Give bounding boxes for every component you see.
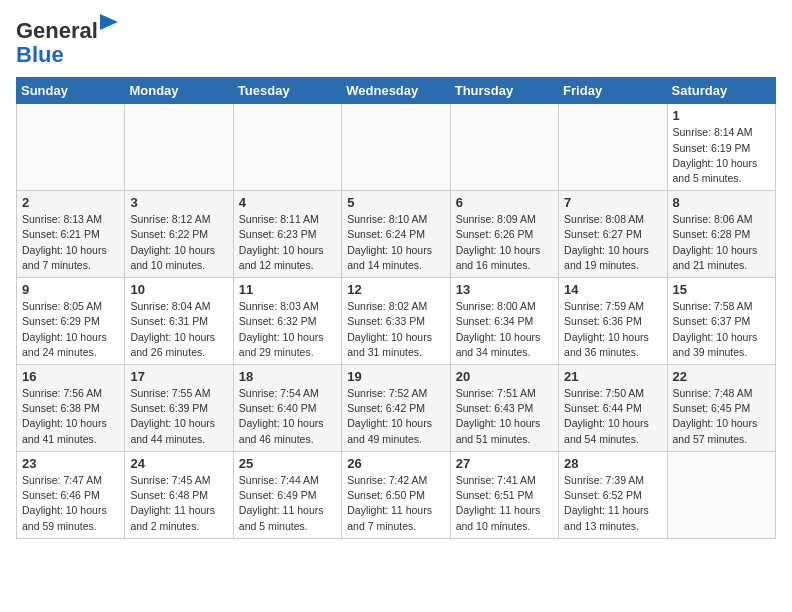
calendar-cell: 14Sunrise: 7:59 AM Sunset: 6:36 PM Dayli… — [559, 278, 667, 365]
calendar-cell: 1Sunrise: 8:14 AM Sunset: 6:19 PM Daylig… — [667, 104, 775, 191]
calendar-cell: 18Sunrise: 7:54 AM Sunset: 6:40 PM Dayli… — [233, 365, 341, 452]
calendar-cell: 9Sunrise: 8:05 AM Sunset: 6:29 PM Daylig… — [17, 278, 125, 365]
calendar-cell — [450, 104, 558, 191]
week-row-1: 2Sunrise: 8:13 AM Sunset: 6:21 PM Daylig… — [17, 191, 776, 278]
calendar-cell: 4Sunrise: 8:11 AM Sunset: 6:23 PM Daylig… — [233, 191, 341, 278]
calendar-cell: 16Sunrise: 7:56 AM Sunset: 6:38 PM Dayli… — [17, 365, 125, 452]
calendar-cell: 3Sunrise: 8:12 AM Sunset: 6:22 PM Daylig… — [125, 191, 233, 278]
day-number: 22 — [673, 369, 770, 384]
day-number: 5 — [347, 195, 444, 210]
calendar-cell: 2Sunrise: 8:13 AM Sunset: 6:21 PM Daylig… — [17, 191, 125, 278]
weekday-header-row: SundayMondayTuesdayWednesdayThursdayFrid… — [17, 78, 776, 104]
day-number: 9 — [22, 282, 119, 297]
day-info: Sunrise: 7:45 AM Sunset: 6:48 PM Dayligh… — [130, 473, 227, 534]
calendar-cell: 5Sunrise: 8:10 AM Sunset: 6:24 PM Daylig… — [342, 191, 450, 278]
weekday-header-saturday: Saturday — [667, 78, 775, 104]
calendar-cell: 22Sunrise: 7:48 AM Sunset: 6:45 PM Dayli… — [667, 365, 775, 452]
day-info: Sunrise: 8:12 AM Sunset: 6:22 PM Dayligh… — [130, 212, 227, 273]
day-info: Sunrise: 7:47 AM Sunset: 6:46 PM Dayligh… — [22, 473, 119, 534]
day-info: Sunrise: 8:11 AM Sunset: 6:23 PM Dayligh… — [239, 212, 336, 273]
week-row-0: 1Sunrise: 8:14 AM Sunset: 6:19 PM Daylig… — [17, 104, 776, 191]
calendar-cell: 21Sunrise: 7:50 AM Sunset: 6:44 PM Dayli… — [559, 365, 667, 452]
day-number: 19 — [347, 369, 444, 384]
day-number: 26 — [347, 456, 444, 471]
day-info: Sunrise: 8:02 AM Sunset: 6:33 PM Dayligh… — [347, 299, 444, 360]
day-info: Sunrise: 7:58 AM Sunset: 6:37 PM Dayligh… — [673, 299, 770, 360]
calendar-cell: 23Sunrise: 7:47 AM Sunset: 6:46 PM Dayli… — [17, 451, 125, 538]
day-info: Sunrise: 7:39 AM Sunset: 6:52 PM Dayligh… — [564, 473, 661, 534]
day-info: Sunrise: 7:48 AM Sunset: 6:45 PM Dayligh… — [673, 386, 770, 447]
day-number: 11 — [239, 282, 336, 297]
day-number: 28 — [564, 456, 661, 471]
day-info: Sunrise: 7:42 AM Sunset: 6:50 PM Dayligh… — [347, 473, 444, 534]
calendar-cell: 20Sunrise: 7:51 AM Sunset: 6:43 PM Dayli… — [450, 365, 558, 452]
day-info: Sunrise: 8:03 AM Sunset: 6:32 PM Dayligh… — [239, 299, 336, 360]
day-number: 10 — [130, 282, 227, 297]
day-number: 20 — [456, 369, 553, 384]
day-info: Sunrise: 8:10 AM Sunset: 6:24 PM Dayligh… — [347, 212, 444, 273]
day-info: Sunrise: 7:52 AM Sunset: 6:42 PM Dayligh… — [347, 386, 444, 447]
day-number: 16 — [22, 369, 119, 384]
day-number: 8 — [673, 195, 770, 210]
day-info: Sunrise: 7:59 AM Sunset: 6:36 PM Dayligh… — [564, 299, 661, 360]
day-number: 27 — [456, 456, 553, 471]
day-number: 1 — [673, 108, 770, 123]
page-header: General Blue — [16, 16, 776, 67]
calendar-cell — [125, 104, 233, 191]
logo-blue: Blue — [16, 42, 64, 67]
calendar-cell — [559, 104, 667, 191]
calendar-cell: 13Sunrise: 8:00 AM Sunset: 6:34 PM Dayli… — [450, 278, 558, 365]
day-info: Sunrise: 8:06 AM Sunset: 6:28 PM Dayligh… — [673, 212, 770, 273]
day-number: 14 — [564, 282, 661, 297]
week-row-4: 23Sunrise: 7:47 AM Sunset: 6:46 PM Dayli… — [17, 451, 776, 538]
calendar-cell: 10Sunrise: 8:04 AM Sunset: 6:31 PM Dayli… — [125, 278, 233, 365]
day-info: Sunrise: 7:56 AM Sunset: 6:38 PM Dayligh… — [22, 386, 119, 447]
day-number: 18 — [239, 369, 336, 384]
calendar-cell: 24Sunrise: 7:45 AM Sunset: 6:48 PM Dayli… — [125, 451, 233, 538]
calendar-cell: 25Sunrise: 7:44 AM Sunset: 6:49 PM Dayli… — [233, 451, 341, 538]
calendar-cell — [667, 451, 775, 538]
day-info: Sunrise: 8:14 AM Sunset: 6:19 PM Dayligh… — [673, 125, 770, 186]
day-info: Sunrise: 8:00 AM Sunset: 6:34 PM Dayligh… — [456, 299, 553, 360]
day-number: 6 — [456, 195, 553, 210]
day-number: 24 — [130, 456, 227, 471]
day-number: 12 — [347, 282, 444, 297]
calendar-cell: 12Sunrise: 8:02 AM Sunset: 6:33 PM Dayli… — [342, 278, 450, 365]
weekday-header-wednesday: Wednesday — [342, 78, 450, 104]
calendar-cell: 19Sunrise: 7:52 AM Sunset: 6:42 PM Dayli… — [342, 365, 450, 452]
calendar-cell: 28Sunrise: 7:39 AM Sunset: 6:52 PM Dayli… — [559, 451, 667, 538]
day-number: 17 — [130, 369, 227, 384]
calendar-cell: 8Sunrise: 8:06 AM Sunset: 6:28 PM Daylig… — [667, 191, 775, 278]
weekday-header-sunday: Sunday — [17, 78, 125, 104]
calendar-cell: 15Sunrise: 7:58 AM Sunset: 6:37 PM Dayli… — [667, 278, 775, 365]
day-number: 21 — [564, 369, 661, 384]
day-number: 15 — [673, 282, 770, 297]
day-info: Sunrise: 7:44 AM Sunset: 6:49 PM Dayligh… — [239, 473, 336, 534]
day-info: Sunrise: 8:08 AM Sunset: 6:27 PM Dayligh… — [564, 212, 661, 273]
week-row-3: 16Sunrise: 7:56 AM Sunset: 6:38 PM Dayli… — [17, 365, 776, 452]
day-info: Sunrise: 7:55 AM Sunset: 6:39 PM Dayligh… — [130, 386, 227, 447]
day-number: 7 — [564, 195, 661, 210]
calendar-table: SundayMondayTuesdayWednesdayThursdayFrid… — [16, 77, 776, 538]
week-row-2: 9Sunrise: 8:05 AM Sunset: 6:29 PM Daylig… — [17, 278, 776, 365]
weekday-header-thursday: Thursday — [450, 78, 558, 104]
weekday-header-monday: Monday — [125, 78, 233, 104]
day-number: 4 — [239, 195, 336, 210]
day-info: Sunrise: 8:05 AM Sunset: 6:29 PM Dayligh… — [22, 299, 119, 360]
calendar-cell: 6Sunrise: 8:09 AM Sunset: 6:26 PM Daylig… — [450, 191, 558, 278]
day-number: 3 — [130, 195, 227, 210]
day-info: Sunrise: 8:13 AM Sunset: 6:21 PM Dayligh… — [22, 212, 119, 273]
calendar-cell: 17Sunrise: 7:55 AM Sunset: 6:39 PM Dayli… — [125, 365, 233, 452]
calendar-cell — [233, 104, 341, 191]
day-info: Sunrise: 7:41 AM Sunset: 6:51 PM Dayligh… — [456, 473, 553, 534]
calendar-cell — [17, 104, 125, 191]
day-number: 25 — [239, 456, 336, 471]
weekday-header-friday: Friday — [559, 78, 667, 104]
day-number: 23 — [22, 456, 119, 471]
calendar-cell: 27Sunrise: 7:41 AM Sunset: 6:51 PM Dayli… — [450, 451, 558, 538]
calendar-cell: 7Sunrise: 8:08 AM Sunset: 6:27 PM Daylig… — [559, 191, 667, 278]
calendar-cell: 11Sunrise: 8:03 AM Sunset: 6:32 PM Dayli… — [233, 278, 341, 365]
day-info: Sunrise: 7:54 AM Sunset: 6:40 PM Dayligh… — [239, 386, 336, 447]
calendar-cell — [342, 104, 450, 191]
svg-marker-0 — [100, 14, 118, 30]
